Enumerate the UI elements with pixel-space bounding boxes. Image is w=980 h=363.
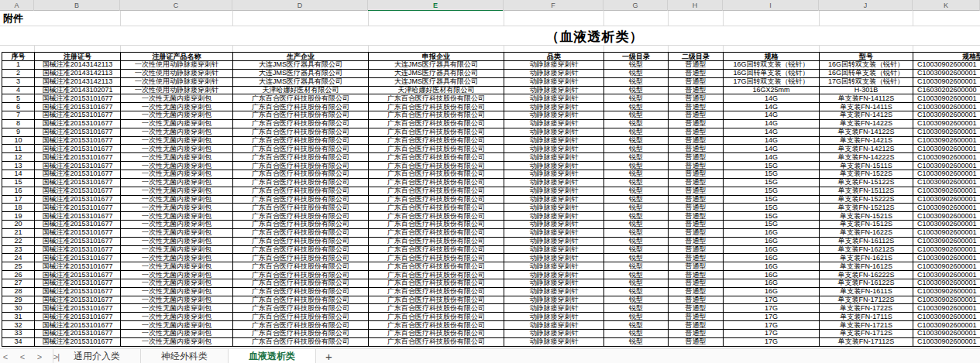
table-cell[interactable]: 一次性使用动静脉瘘穿刺针 [121, 61, 233, 70]
column-header-e[interactable]: E [368, 0, 504, 11]
table-cell[interactable]: 普通型 [669, 103, 724, 111]
table-cell[interactable]: 普通型 [669, 296, 724, 305]
table-cell[interactable]: C10030902600001 [913, 262, 980, 271]
table-cell[interactable]: 17G [724, 304, 820, 313]
table-cell[interactable]: C10030902600001 [913, 94, 980, 103]
table-cell[interactable]: 一次性无菌内瘘穿刺包 [121, 103, 233, 111]
table-cell[interactable]: 单支装FN-1722S [820, 304, 913, 313]
table-cell[interactable]: 普通型 [669, 196, 724, 204]
table-cell[interactable]: 广东百合医疗科技股份有限公司 [233, 262, 369, 271]
table-cell[interactable]: 19 [2, 212, 35, 221]
table-cell[interactable]: 16G [724, 246, 820, 255]
table-cell[interactable]: 广东百合医疗科技股份有限公司 [369, 279, 504, 288]
table-cell[interactable]: 广东百合医疗科技股份有限公司 [369, 238, 504, 246]
table-cell[interactable]: 广东百合医疗科技股份有限公司 [369, 179, 504, 187]
table-cell[interactable]: 一次性无菌内瘘穿刺包 [121, 254, 233, 262]
table-cell[interactable]: 普通型 [669, 128, 724, 137]
table-cell[interactable]: 广东百合医疗科技股份有限公司 [233, 162, 369, 170]
table-cell[interactable]: 广东百合医疗科技股份有限公司 [233, 170, 369, 179]
table-cell[interactable]: 动静脉瘘穿刺针 [504, 221, 604, 229]
table-cell[interactable]: 15G [724, 212, 820, 221]
table-cell[interactable]: 锐型 [604, 153, 669, 162]
table-cell[interactable]: C10030902600001 [913, 254, 980, 262]
table-cell[interactable]: 广东百合医疗科技股份有限公司 [369, 103, 504, 111]
table-cell[interactable]: 普通型 [669, 170, 724, 179]
table-cell[interactable]: 一次性无菌内瘘穿刺包 [121, 111, 233, 120]
table-cell[interactable]: 广东百合医疗科技股份有限公司 [369, 187, 504, 196]
table-cell[interactable]: 一次性无菌内瘘穿刺包 [121, 94, 233, 103]
table-cell[interactable]: 广东百合医疗科技股份有限公司 [233, 145, 369, 153]
table-cell[interactable]: 广东百合医疗科技股份有限公司 [233, 128, 369, 137]
column-header-k[interactable]: K [913, 0, 980, 11]
table-cell[interactable]: 一次性无菌内瘘穿刺包 [121, 221, 233, 229]
table-cell[interactable]: 国械注准20143142113 [35, 78, 121, 87]
table-cell[interactable]: 广东百合医疗科技股份有限公司 [233, 94, 369, 103]
table-cell[interactable]: C10030902600001 [913, 111, 980, 120]
table-cell[interactable]: 国械注准20153101677 [35, 179, 121, 187]
table-cell[interactable]: 锐型 [604, 313, 669, 321]
table-cell[interactable]: 国械注准20153101677 [35, 212, 121, 221]
table-cell[interactable]: 14G [724, 128, 820, 137]
table-cell[interactable]: 单支装FN-1721S [820, 321, 913, 330]
table-cell[interactable]: 普通型 [669, 221, 724, 229]
table-cell[interactable]: C10030902600001 [913, 70, 980, 78]
table-cell[interactable]: 普通型 [669, 288, 724, 296]
table-cell[interactable]: 一次性无菌内瘘穿刺包 [121, 196, 233, 204]
table-cell[interactable]: 16G回转单支装（锐针） [724, 70, 820, 78]
table-cell[interactable]: 动静脉瘘穿刺针 [504, 103, 604, 111]
table-cell[interactable]: H-301B [820, 87, 913, 95]
table-cell[interactable]: 一次性无菌内瘘穿刺包 [121, 338, 233, 347]
table-cell[interactable]: 15G [724, 179, 820, 187]
table-cell[interactable]: 一次性无菌内瘘穿刺包 [121, 262, 233, 271]
table-cell[interactable]: 14G [724, 94, 820, 103]
table-cell[interactable]: 广东百合医疗科技股份有限公司 [369, 271, 504, 279]
table-cell[interactable]: 锐型 [604, 187, 669, 196]
column-header-h[interactable]: H [668, 0, 723, 11]
table-cell[interactable]: 动静脉瘘穿刺针 [504, 262, 604, 271]
table-cell[interactable]: 动静脉瘘穿刺针 [504, 87, 604, 95]
table-cell[interactable]: 动静脉瘘穿刺针 [504, 187, 604, 196]
table-cell[interactable]: 广东百合医疗科技股份有限公司 [369, 304, 504, 313]
table-cell[interactable]: C10030902600001 [913, 196, 980, 204]
table-cell[interactable]: C10030902600001 [913, 187, 980, 196]
table-cell[interactable]: 单支装FN-14222S [820, 153, 913, 162]
table-cell[interactable]: 22 [2, 238, 35, 246]
table-cell[interactable]: 一次性无菌内瘘穿刺包 [121, 120, 233, 128]
table-cell[interactable]: 一次性无菌内瘘穿刺包 [121, 238, 233, 246]
table-cell[interactable]: 普通型 [669, 271, 724, 279]
table-cell[interactable]: 15G [724, 221, 820, 229]
table-cell[interactable]: 单支装FN-1612S [820, 262, 913, 271]
table-cell[interactable]: 广东百合医疗科技股份有限公司 [369, 221, 504, 229]
table-cell[interactable]: 锐型 [604, 246, 669, 255]
column-header-d[interactable]: D [232, 0, 368, 11]
table-cell[interactable]: 广东百合医疗科技股份有限公司 [369, 288, 504, 296]
table-cell[interactable]: 动静脉瘘穿刺针 [504, 111, 604, 120]
table-cell[interactable]: 广东百合医疗科技股份有限公司 [233, 103, 369, 111]
table-cell[interactable]: C10030902600001 [913, 338, 980, 347]
table-cell[interactable]: 18 [2, 204, 35, 212]
table-cell[interactable]: 天津哈娜好医材有限公司 [369, 87, 504, 95]
table-cell[interactable]: 动静脉瘘穿刺针 [504, 179, 604, 187]
table-cell[interactable]: C10030902600001 [913, 78, 980, 87]
table-cell[interactable]: 广东百合医疗科技股份有限公司 [233, 204, 369, 212]
table-cell[interactable]: C10030902600001 [913, 238, 980, 246]
table-cell[interactable]: 国械注准20153101677 [35, 271, 121, 279]
table-cell[interactable]: 广东百合医疗科技股份有限公司 [233, 271, 369, 279]
table-cell[interactable]: 普通型 [669, 212, 724, 221]
table-cell[interactable]: 一次性无菌内瘘穿刺包 [121, 128, 233, 137]
table-cell[interactable]: 锐型 [604, 103, 669, 111]
table-cell[interactable]: 25 [2, 262, 35, 271]
table-cell[interactable]: 单支装FN-1412S [820, 111, 913, 120]
table-cell[interactable]: C10030902600001 [913, 170, 980, 179]
table-cell[interactable]: C10030902600001 [913, 296, 980, 305]
table-cell[interactable]: 单支装FN-17112S [820, 338, 913, 347]
table-cell[interactable]: 普通型 [669, 338, 724, 347]
table-cell[interactable]: 普通型 [669, 94, 724, 103]
table-cell[interactable]: C10030902600001 [913, 162, 980, 170]
table-cell[interactable]: 一次性无菌内瘘穿刺包 [121, 145, 233, 153]
table-cell[interactable]: 国械注准20153101677 [35, 170, 121, 179]
table-cell[interactable]: 4 [2, 87, 35, 95]
table-cell[interactable]: 17G [724, 313, 820, 321]
table-cell[interactable]: 3 [2, 78, 35, 87]
table-cell[interactable]: 锐型 [604, 321, 669, 330]
